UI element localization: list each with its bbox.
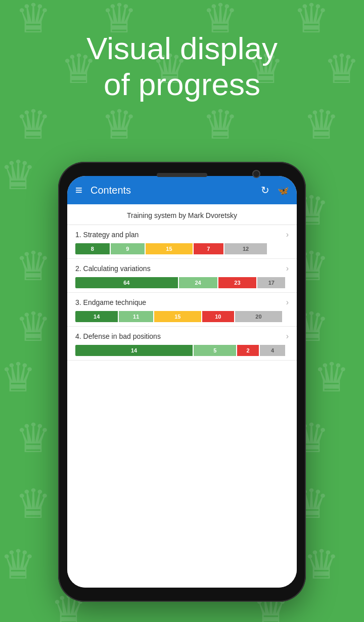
chess-icon: ♛ xyxy=(15,101,52,148)
chess-icon: ♛ xyxy=(0,152,36,199)
list-item-2-title: 2. Calculating variations xyxy=(75,264,151,273)
seg-yellow: 15 xyxy=(154,311,201,322)
list-item-3-header: 3. Endgame technique xyxy=(75,298,289,307)
chess-icon: ♛ xyxy=(303,101,340,148)
list-item-4-progress: 14 5 2 4 xyxy=(75,345,289,356)
list-item-2[interactable]: 2. Calculating variations 64 24 23 17 xyxy=(67,259,297,293)
list-item-2-progress: 64 24 23 17 xyxy=(75,277,289,288)
app-bar: Contents xyxy=(67,176,297,204)
list-item-2-header: 2. Calculating variations xyxy=(75,264,289,273)
butterfly-button[interactable] xyxy=(278,185,289,196)
list-item-1-progress: 8 9 15 7 12 xyxy=(75,243,289,254)
hero-text: Visual display of progress xyxy=(0,30,364,103)
seg-green-light: 24 xyxy=(179,277,217,288)
seg-red: 7 xyxy=(194,243,223,254)
list-item-3[interactable]: 3. Endgame technique 14 11 15 10 20 xyxy=(67,293,297,327)
list-item-1-arrow xyxy=(286,230,289,239)
seg-gray: 20 xyxy=(235,311,282,322)
hero-line2: of progress xyxy=(0,66,364,102)
app-bar-title: Contents xyxy=(90,185,261,196)
refresh-button[interactable] xyxy=(261,184,269,196)
phone-frame: Contents Training system by Mark Dvorets… xyxy=(58,162,306,602)
list-item-4-header: 4. Defense in bad positions xyxy=(75,332,289,341)
chess-icon: ♛ xyxy=(15,415,52,462)
phone-speaker xyxy=(157,173,207,177)
content-area: Training system by Mark Dvoretsky 1. Str… xyxy=(67,204,297,588)
seg-green-dark: 64 xyxy=(75,277,178,288)
seg-red: 10 xyxy=(202,311,234,322)
list-item-3-progress: 14 11 15 10 20 xyxy=(75,311,289,322)
seg-red: 2 xyxy=(237,345,258,356)
seg-green-light: 9 xyxy=(111,243,145,254)
seg-green-dark: 14 xyxy=(75,345,193,356)
empty-space xyxy=(67,361,297,502)
list-item-1[interactable]: 1. Strategy and plan 8 9 15 7 12 xyxy=(67,225,297,259)
phone-screen: Contents Training system by Mark Dvorets… xyxy=(67,176,297,588)
list-item-1-header: 1. Strategy and plan xyxy=(75,230,289,239)
list-item-3-arrow xyxy=(286,298,289,307)
seg-gray: 4 xyxy=(260,345,286,356)
seg-green-light: 5 xyxy=(194,345,236,356)
chess-icon: ♛ xyxy=(303,541,340,588)
menu-button[interactable] xyxy=(75,183,82,197)
seg-green-dark: 14 xyxy=(75,311,118,322)
chess-icon: ♛ xyxy=(101,101,138,148)
chess-icon: ♛ xyxy=(15,303,52,350)
app-bar-actions xyxy=(261,184,289,196)
chess-icon: ♛ xyxy=(15,243,52,290)
chess-icon: ♛ xyxy=(202,101,239,148)
hero-line1: Visual display xyxy=(0,30,364,66)
chess-icon: ♛ xyxy=(313,354,350,401)
seg-green-light: 11 xyxy=(119,311,153,322)
seg-yellow: 15 xyxy=(146,243,193,254)
list-item-1-title: 1. Strategy and plan xyxy=(75,231,139,239)
chess-icon: ♛ xyxy=(0,354,36,401)
seg-green-dark: 8 xyxy=(75,243,110,254)
phone-camera xyxy=(252,170,260,178)
list-item-4-title: 4. Defense in bad positions xyxy=(75,332,161,340)
seg-gray: 12 xyxy=(224,243,267,254)
chess-icon: ♛ xyxy=(0,541,36,588)
seg-red: 23 xyxy=(218,277,257,288)
list-item-3-title: 3. Endgame technique xyxy=(75,298,146,306)
seg-gray: 17 xyxy=(257,277,285,288)
list-item-4-arrow xyxy=(286,332,289,341)
chess-icon: ♛ xyxy=(15,480,52,527)
list-item-2-arrow xyxy=(286,264,289,273)
section-header: Training system by Mark Dvoretsky xyxy=(67,204,297,225)
list-item-4[interactable]: 4. Defense in bad positions 14 5 2 4 xyxy=(67,327,297,361)
